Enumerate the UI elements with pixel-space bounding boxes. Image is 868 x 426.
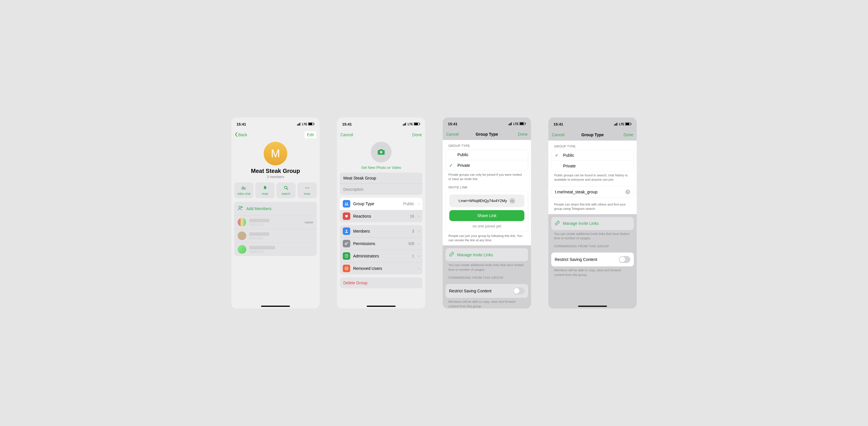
members-value: 3 — [412, 229, 414, 233]
restrict-toggle[interactable] — [513, 288, 525, 294]
done-button[interactable]: Done — [405, 132, 422, 137]
option-public[interactable]: Public — [446, 150, 528, 160]
member-info — [249, 246, 275, 253]
option-private[interactable]: Private — [552, 161, 633, 171]
search-button[interactable]: search — [276, 183, 296, 198]
members-section: Add Members owner — [234, 202, 317, 256]
description-input[interactable]: Description — [340, 184, 423, 195]
svg-point-24 — [346, 255, 347, 256]
chevron-right-icon: › — [418, 214, 420, 219]
signal-icon — [297, 122, 301, 126]
svg-rect-1 — [298, 124, 299, 126]
edit-button[interactable]: Edit — [305, 131, 316, 138]
group-type-header: GROUP TYPE — [443, 140, 531, 149]
member-row[interactable] — [234, 229, 317, 242]
group-name-input[interactable]: Meat Steak Group — [340, 173, 423, 184]
manage-links-row[interactable]: Manage Invite Links — [445, 248, 528, 261]
group-members-count: 3 members — [231, 175, 320, 179]
admins-row[interactable]: Administrators 1 › — [340, 250, 423, 262]
svg-rect-14 — [405, 123, 405, 126]
invite-link-box[interactable]: t.me/+WNq8EhQy74o4Y2My ••• — [449, 195, 524, 207]
home-indicator — [261, 306, 290, 307]
removed-users-row[interactable]: Removed Users › — [340, 262, 423, 274]
public-link-input[interactable]: t.me/meat_steak_group ✕ — [552, 187, 633, 197]
cancel-button[interactable]: Cancel — [446, 132, 463, 136]
public-footnote: Public groups can be found in search, ch… — [548, 171, 637, 182]
done-button[interactable]: Done — [616, 132, 633, 137]
members-label: Members — [353, 229, 409, 233]
svg-rect-26 — [508, 124, 509, 125]
manage-links-row[interactable]: Manage Invite Links — [551, 217, 634, 230]
status-bar: 15:41 LTE — [231, 118, 320, 129]
delete-group-button[interactable]: Delete Group — [340, 277, 423, 288]
invite-link-text: t.me/+WNq8EhQy74o4Y2My — [459, 199, 507, 203]
group-avatar[interactable]: M — [264, 142, 287, 165]
member-status-redacted — [249, 251, 264, 253]
chevron-right-icon: › — [418, 229, 420, 233]
svg-rect-39 — [631, 123, 631, 125]
status-time: 15:41 — [237, 122, 246, 126]
invite-footnote: People can join your group by following … — [443, 232, 531, 243]
members-row[interactable]: Members 3 › — [340, 225, 423, 237]
group-name: Meat Steak Group — [231, 168, 320, 174]
svg-point-9 — [307, 188, 308, 189]
more-button[interactable]: more — [298, 183, 317, 198]
member-name-redacted — [249, 219, 270, 222]
type-reactions-card: Group Type Public › Reactions 16 › — [340, 198, 423, 222]
permissions-value: 6/8 — [409, 241, 414, 246]
home-indicator — [578, 306, 607, 307]
done-button[interactable]: Done — [510, 132, 528, 136]
signal-icon — [403, 122, 407, 126]
bell-icon — [262, 185, 268, 191]
more-label: more — [304, 192, 310, 195]
chevron-right-icon: › — [418, 201, 420, 206]
restrict-saving-row[interactable]: Restrict Saving Content — [551, 253, 634, 266]
set-photo-button[interactable] — [371, 142, 392, 163]
restrict-saving-row[interactable]: Restrict Saving Content — [445, 284, 528, 298]
group-type-value: Public — [403, 201, 414, 206]
reactions-label: Reactions — [353, 214, 407, 219]
svg-point-8 — [305, 188, 306, 189]
restrict-toggle[interactable] — [619, 256, 630, 263]
clear-icon[interactable]: ✕ — [625, 190, 630, 194]
link-options-icon[interactable]: ••• — [509, 198, 515, 204]
chevron-right-icon: › — [418, 254, 420, 258]
permissions-label: Permissions — [353, 241, 406, 246]
status-right: LTE — [403, 122, 420, 126]
svg-rect-36 — [617, 123, 617, 126]
video-chat-button[interactable]: video chat — [234, 183, 253, 198]
key-icon — [343, 240, 350, 247]
group-type-row[interactable]: Group Type Public › — [340, 198, 423, 210]
svg-point-22 — [346, 230, 347, 231]
set-photo-link[interactable]: Set New Photo or Video — [337, 165, 425, 170]
back-label: Back — [238, 132, 247, 137]
status-bar: 15:41 LTE — [443, 118, 531, 129]
group-type-label: Group Type — [353, 201, 400, 206]
member-row[interactable]: owner — [234, 215, 317, 229]
member-name-redacted — [249, 232, 270, 236]
option-private[interactable]: ✓ Private — [446, 160, 528, 171]
status-right: LTE — [508, 122, 526, 126]
option-public[interactable]: ✓ Public — [552, 150, 633, 161]
svg-point-20 — [345, 203, 346, 204]
admins-value: 1 — [412, 254, 414, 258]
permissions-row[interactable]: Permissions 6/8 › — [340, 237, 423, 250]
option-private-label: Private — [457, 163, 470, 168]
svg-rect-32 — [525, 123, 526, 124]
add-members-button[interactable]: Add Members — [234, 202, 317, 215]
restrict-footnote: Members will be able to copy, save and f… — [548, 266, 637, 277]
battery-icon — [520, 122, 526, 126]
member-status-redacted — [249, 223, 264, 226]
reactions-row[interactable]: Reactions 16 › — [340, 210, 423, 222]
screen-edit-group: 15:41 LTE Cancel Done Set New Photo or V… — [337, 118, 425, 308]
cancel-button[interactable]: Cancel — [340, 132, 358, 137]
share-link-button[interactable]: Share Link — [449, 210, 524, 221]
admins-label: Administrators — [353, 254, 409, 258]
cancel-button[interactable]: Cancel — [552, 132, 569, 137]
member-row[interactable] — [234, 242, 317, 256]
video-chat-icon — [241, 185, 247, 191]
mute-button[interactable]: mute — [255, 183, 275, 198]
battery-icon — [414, 122, 420, 126]
svg-rect-33 — [614, 124, 615, 126]
back-button[interactable]: Back — [235, 132, 252, 138]
